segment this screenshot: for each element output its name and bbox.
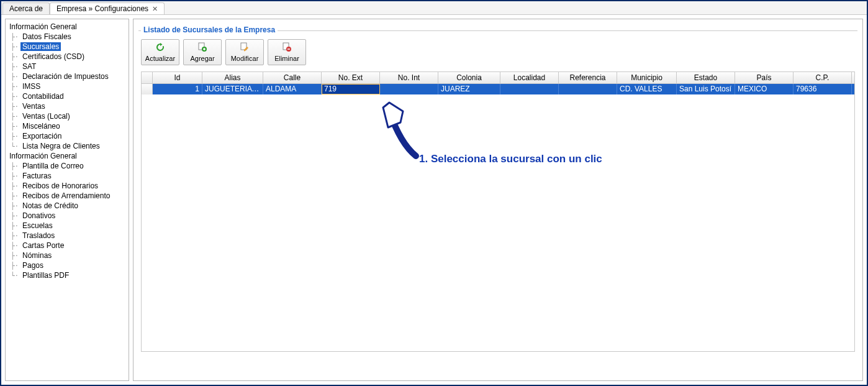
refresh-icon — [155, 42, 165, 53]
sidebar-tree[interactable]: Información General ├·Datos Fiscales├·Su… — [5, 19, 129, 381]
sidebar-item-label: Notas de Crédito — [20, 201, 80, 210]
row-selector[interactable] — [142, 84, 153, 94]
sidebar-item-miscel-neo[interactable]: ├·Misceláneo — [7, 121, 127, 131]
col-calle[interactable]: Calle — [263, 72, 322, 83]
sidebar-item-datos-fiscales[interactable]: ├·Datos Fiscales — [7, 32, 127, 42]
row-selector-header — [142, 72, 153, 83]
sidebar-item-label: Traslados — [20, 231, 57, 240]
cell-referencia[interactable] — [559, 84, 617, 94]
sidebar-item-recibos-de-arrendamiento[interactable]: ├·Recibos de Arrendamiento — [7, 191, 127, 201]
sidebar-item-label: Donativos — [20, 211, 57, 220]
tree-branch-icon: ├· — [11, 202, 20, 210]
sidebar-item-label: Pagos — [20, 261, 45, 270]
tree-branch-icon: ├· — [11, 182, 20, 190]
sidebar-item-n-minas[interactable]: ├·Nóminas — [7, 250, 127, 260]
sidebar-item-certificados-csd-[interactable]: ├·Certificados (CSD) — [7, 52, 127, 62]
sidebar-item-facturas[interactable]: ├·Facturas — [7, 171, 127, 181]
sidebar-item-label: Cartas Porte — [20, 241, 66, 250]
sidebar-item-label: Ventas (Local) — [20, 112, 72, 121]
tree-branch-icon: ├· — [11, 33, 20, 41]
tree-branch-icon: ├· — [11, 43, 20, 51]
col-id[interactable]: Id — [153, 72, 202, 83]
sidebar-item-label: Ventas — [20, 102, 47, 111]
edit-button[interactable]: Modificar — [225, 39, 264, 65]
sidebar-item-label: Plantilla de Correo — [20, 162, 86, 170]
tree-branch-icon: ├· — [11, 192, 20, 200]
tree-branch-icon: ├· — [11, 252, 20, 260]
cell-no-int[interactable] — [380, 84, 438, 94]
cell-alias[interactable]: JUGUETERIA LA… — [202, 84, 263, 94]
tree-branch-icon: ├· — [11, 162, 20, 170]
col-no-int[interactable]: No. Int — [380, 72, 438, 83]
cell-id[interactable]: 1 — [153, 84, 202, 94]
tree-branch-icon: └· — [11, 272, 20, 280]
sidebar-item-label: IMSS — [20, 82, 42, 91]
cell-calle[interactable]: ALDAMA — [263, 84, 322, 94]
col-colonia[interactable]: Colonia — [438, 72, 500, 83]
cell-pais[interactable]: MEXICO — [735, 84, 793, 94]
tree-group-2-label: Información General — [7, 151, 127, 161]
refresh-button-label: Actualizar — [145, 55, 175, 62]
sidebar-item-escuelas[interactable]: ├·Escuelas — [7, 221, 127, 231]
sidebar-item-recibos-de-honorarios[interactable]: ├·Recibos de Honorarios — [7, 181, 127, 191]
sidebar-item-label: Escuelas — [20, 221, 55, 230]
tree-branch-icon: └· — [11, 142, 20, 150]
cell-localidad[interactable] — [500, 84, 559, 94]
sidebar-item-cartas-porte[interactable]: ├·Cartas Porte — [7, 241, 127, 250]
sidebar-item-notas-de-cr-dito[interactable]: ├·Notas de Crédito — [7, 201, 127, 211]
edit-icon — [240, 42, 250, 53]
refresh-button[interactable]: Actualizar — [141, 39, 179, 65]
cell-cp[interactable]: 79636 — [793, 84, 852, 94]
col-cp[interactable]: C.P. — [793, 72, 852, 83]
tab-strip: Acerca de Empresa » Configuraciones ✕ — [1, 1, 867, 15]
sidebar-item-traslados[interactable]: ├·Traslados — [7, 231, 127, 241]
cell-municipio[interactable]: CD. VALLES — [617, 84, 677, 94]
delete-button[interactable]: Eliminar — [268, 39, 306, 65]
cell-no-ext[interactable]: 719 — [322, 84, 380, 94]
toolbar: Actualizar Agregar Modificar — [141, 39, 857, 65]
edit-button-label: Modificar — [231, 55, 259, 62]
sidebar-item-lista-negra-de-clientes[interactable]: └·Lista Negra de Clientes — [7, 141, 127, 151]
cell-estado[interactable]: San Luis Potosí — [677, 84, 735, 94]
sidebar-item-label: Sucursales — [20, 42, 61, 51]
sidebar-item-label: Misceláneo — [20, 122, 62, 131]
col-localidad[interactable]: Localidad — [500, 72, 559, 83]
sucursales-grid[interactable]: Id Alias Calle No. Ext No. Int Colonia L… — [141, 71, 855, 352]
sidebar-item-donativos[interactable]: ├·Donativos — [7, 211, 127, 221]
tab-about[interactable]: Acerca de — [2, 2, 50, 14]
sidebar-item-ventas[interactable]: ├·Ventas — [7, 101, 127, 111]
grid-header: Id Alias Calle No. Ext No. Int Colonia L… — [142, 72, 854, 84]
tab-company-config-label: Empresa » Configuraciones — [57, 4, 148, 13]
col-referencia[interactable]: Referencia — [559, 72, 617, 83]
tree-branch-icon: ├· — [11, 232, 20, 240]
table-row[interactable]: 1 JUGUETERIA LA… ALDAMA 719 JUAREZ CD. V… — [142, 84, 854, 94]
grid-body: 1 JUGUETERIA LA… ALDAMA 719 JUAREZ CD. V… — [142, 84, 854, 351]
sidebar-item-ventas-local-[interactable]: ├·Ventas (Local) — [7, 111, 127, 121]
sidebar-item-sat[interactable]: ├·SAT — [7, 62, 127, 71]
col-pais[interactable]: País — [735, 72, 793, 83]
sidebar-item-plantillas-pdf[interactable]: └·Plantillas PDF — [7, 270, 127, 280]
col-alias[interactable]: Alias — [202, 72, 263, 83]
cell-colonia[interactable]: JUAREZ — [438, 84, 500, 94]
sidebar-item-exportaci-n[interactable]: ├·Exportación — [7, 131, 127, 141]
tab-company-config[interactable]: Empresa » Configuraciones ✕ — [50, 2, 165, 14]
add-icon — [197, 42, 207, 53]
add-button[interactable]: Agregar — [183, 39, 222, 65]
add-button-label: Agregar — [190, 55, 214, 62]
tree-branch-icon: ├· — [11, 73, 20, 81]
tree-branch-icon: ├· — [11, 242, 20, 250]
col-estado[interactable]: Estado — [677, 72, 735, 83]
close-icon[interactable]: ✕ — [152, 5, 158, 13]
col-no-ext[interactable]: No. Ext — [322, 72, 380, 83]
sidebar-item-pagos[interactable]: ├·Pagos — [7, 260, 127, 270]
tree-branch-icon: ├· — [11, 262, 20, 270]
sidebar-item-declaraci-n-de-impuestos[interactable]: ├·Declaración de Impuestos — [7, 71, 127, 81]
sidebar-item-label: Lista Negra de Clientes — [20, 142, 102, 150]
tree-branch-icon: ├· — [11, 172, 20, 180]
sidebar-item-imss[interactable]: ├·IMSS — [7, 81, 127, 91]
sidebar-item-plantilla-de-correo[interactable]: ├·Plantilla de Correo — [7, 161, 127, 171]
tab-about-label: Acerca de — [9, 4, 43, 13]
sidebar-item-contabilidad[interactable]: ├·Contabilidad — [7, 91, 127, 101]
col-municipio[interactable]: Municipio — [617, 72, 677, 83]
sidebar-item-sucursales[interactable]: ├·Sucursales — [7, 42, 127, 52]
